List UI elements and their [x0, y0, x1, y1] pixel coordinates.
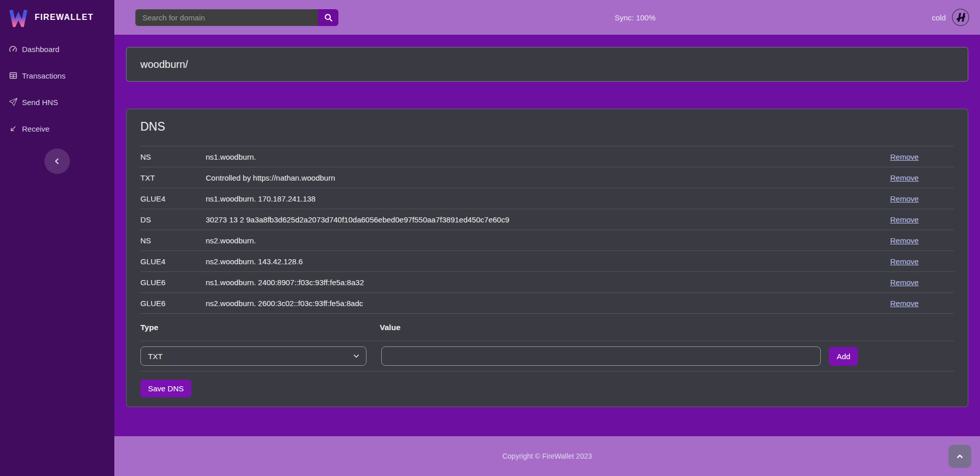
remove-link[interactable]: Remove	[890, 299, 919, 308]
dns-record-row: GLUE4 ns1.woodburn. 170.187.241.138 Remo…	[140, 188, 954, 209]
search-icon	[324, 13, 333, 22]
remove-link[interactable]: Remove	[890, 236, 919, 245]
sidebar-item-send-hns[interactable]: Send HNS	[0, 89, 114, 115]
record-type: GLUE4	[140, 257, 206, 266]
copyright-text: Copyright © FireWallet 2023	[502, 452, 592, 460]
record-value-input[interactable]	[381, 346, 821, 366]
record-value: ns1.woodburn. 170.187.241.138	[206, 194, 890, 203]
record-value: ns2.woodburn. 143.42.128.6	[206, 257, 890, 266]
dns-add-form: TXT Add	[140, 341, 954, 371]
record-value: ns2.woodburn.	[206, 236, 890, 245]
sync-status: Sync: 100%	[615, 13, 655, 22]
sidebar-item-label: Transactions	[22, 71, 65, 80]
send-icon	[9, 98, 17, 107]
brand-name: FIREWALLET	[35, 13, 93, 22]
gauge-icon	[9, 45, 17, 54]
dns-record-row: DS 30273 13 2 9a3a8fb3d625d2a2073d740f10…	[140, 209, 954, 230]
record-type: DS	[140, 215, 206, 224]
record-type: NS	[140, 153, 206, 161]
record-type: GLUE6	[140, 278, 206, 287]
record-value: ns2.woodburn. 2600:3c02::f03c:93ff:fe5a:…	[206, 299, 890, 308]
domain-search	[135, 9, 338, 26]
remove-link[interactable]: Remove	[890, 194, 919, 203]
search-input[interactable]	[135, 9, 318, 26]
chevron-left-icon	[53, 157, 61, 165]
save-dns-button[interactable]: Save DNS	[140, 380, 191, 397]
chevron-up-icon	[956, 453, 964, 460]
value-column-header: Value	[380, 323, 954, 332]
dns-section-title: DNS	[140, 109, 954, 146]
dns-record-row: GLUE6 ns1.woodburn. 2400:8907::f03c:93ff…	[140, 272, 954, 293]
remove-link[interactable]: Remove	[890, 215, 919, 224]
record-value: 30273 13 2 9a3a8fb3d625d2a2073d740f10da6…	[206, 215, 890, 224]
record-type: NS	[140, 236, 206, 245]
sidebar-item-receive[interactable]: Receive	[0, 115, 114, 142]
wallet-mode-label: cold	[932, 13, 946, 22]
dns-record-row: GLUE4 ns2.woodburn. 143.42.128.6 Remove	[140, 251, 954, 272]
remove-link[interactable]: Remove	[890, 257, 919, 266]
table-icon	[9, 71, 17, 80]
dns-card: DNS NS ns1.woodburn. Remove TXT Controll…	[126, 109, 968, 407]
dns-record-row: NS ns2.woodburn. Remove	[140, 230, 954, 251]
record-value: ns1.woodburn.	[206, 153, 890, 161]
dns-record-row: NS ns1.woodburn. Remove	[140, 146, 954, 167]
sidebar-item-label: Dashboard	[22, 45, 59, 54]
add-record-button[interactable]: Add	[829, 347, 858, 366]
type-column-header: Type	[140, 323, 380, 332]
sidebar: FIREWALLET Dashboard Tran	[0, 0, 114, 476]
record-type: TXT	[140, 173, 206, 182]
record-type: GLUE6	[140, 299, 206, 308]
sidebar-nav: Dashboard Transactions Send HNS	[0, 35, 114, 142]
record-type: GLUE4	[140, 194, 206, 203]
brand: FIREWALLET	[0, 0, 114, 35]
content-column: Sync: 100% cold woodburn/ DNS	[114, 0, 980, 476]
sidebar-item-dashboard[interactable]: Dashboard	[0, 36, 114, 62]
footer: Copyright © FireWallet 2023	[114, 436, 980, 476]
receive-icon	[9, 124, 17, 133]
topbar: Sync: 100% cold	[114, 0, 980, 35]
remove-link[interactable]: Remove	[890, 173, 919, 182]
dns-form-header: Type Value	[140, 314, 954, 341]
sidebar-item-transactions[interactable]: Transactions	[0, 62, 114, 89]
handshake-logo-icon[interactable]	[951, 8, 970, 27]
record-type-select-wrap: TXT	[140, 346, 366, 366]
domain-title-card: woodburn/	[126, 47, 968, 82]
record-value: ns1.woodburn. 2400:8907::f03c:93ff:fe5a:…	[206, 278, 890, 287]
record-type-select[interactable]: TXT	[140, 346, 366, 366]
page-title: woodburn/	[140, 59, 188, 70]
main-content: woodburn/ DNS NS ns1.woodburn. Remove TX…	[114, 35, 980, 436]
remove-link[interactable]: Remove	[890, 153, 919, 161]
firewallet-logo-icon	[9, 8, 28, 27]
dns-records-table: NS ns1.woodburn. Remove TXT Controlled b…	[140, 146, 954, 314]
sidebar-collapse-button[interactable]	[44, 148, 70, 174]
sidebar-item-label: Send HNS	[22, 98, 58, 107]
sidebar-item-label: Receive	[22, 124, 50, 133]
remove-link[interactable]: Remove	[890, 278, 919, 287]
search-button[interactable]	[318, 9, 338, 26]
scroll-to-top-button[interactable]	[948, 445, 971, 468]
record-value: Controlled by https://nathan.woodburn	[206, 173, 890, 182]
dns-record-row: TXT Controlled by https://nathan.woodbur…	[140, 167, 954, 188]
dns-record-row: GLUE6 ns2.woodburn. 2600:3c02::f03c:93ff…	[140, 293, 954, 314]
